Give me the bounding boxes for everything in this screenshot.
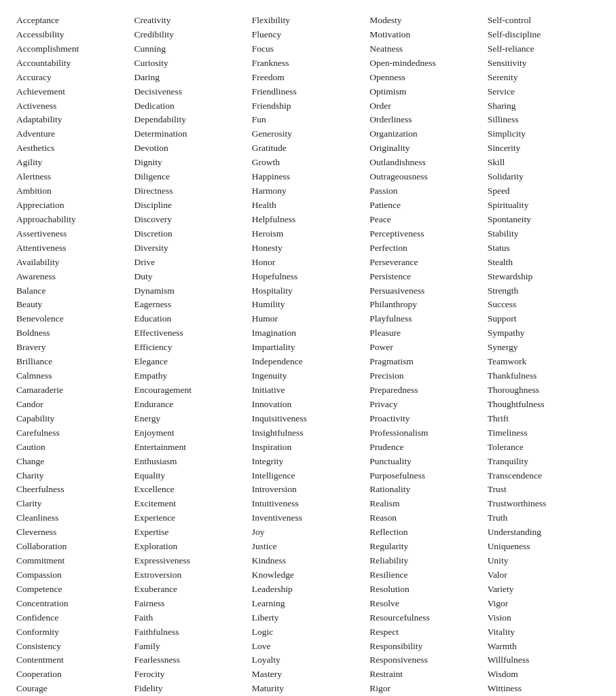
word-item: Availability [16,256,128,270]
word-item: Generosity [252,127,364,141]
word-item: Awareness [16,270,128,284]
word-item: Variety [488,582,600,597]
word-item: Education [134,312,246,326]
word-item: Adaptability [16,113,128,127]
word-item: Conformity [16,625,128,640]
word-item: Punctuality [369,455,482,469]
word-item: Maturity [252,682,364,696]
word-item: Accessibility [16,28,128,42]
word-item: Motivation [369,28,482,42]
word-item: Thrift [488,412,600,426]
word-item: Originality [369,141,482,156]
word-item: Thankfulness [488,369,600,383]
word-item: Independence [252,355,364,369]
word-item: Gratitude [252,141,364,156]
word-item: Confidence [16,611,128,625]
word-item: Extroversion [134,568,246,582]
word-item: Kindness [252,554,364,568]
word-item: Purposefulness [369,469,482,483]
word-item: Timeliness [488,426,600,440]
word-item: Perseverance [369,256,482,270]
word-item: Fairness [134,597,246,611]
word-item: Playfulness [369,312,482,326]
word-item: Excellence [134,483,246,497]
column-col3: FlexibilityFluencyFocusFranknessFreedomF… [252,14,369,696]
word-item: Warmth [488,640,600,654]
word-item: Cheerfulness [16,483,128,497]
word-item: Efficiency [134,341,246,355]
word-item: Family [134,640,246,654]
word-item: Aesthetics [16,141,128,156]
word-item: Tolerance [488,440,600,455]
word-item: Logic [252,625,364,640]
word-item: Self-reliance [488,42,600,56]
word-item: Humility [252,298,364,312]
word-item: Hospitality [252,284,364,298]
word-item: Perfection [369,241,482,256]
word-item: Stewardship [488,270,600,284]
word-item: Courage [16,682,128,696]
word-item: Agility [16,156,128,170]
word-item: Integrity [252,455,364,469]
word-item: Knowledge [252,568,364,582]
word-item: Heroism [252,227,364,241]
word-item: Truth [488,511,600,525]
word-item: Cleverness [16,525,128,540]
word-item: Regularity [369,540,482,554]
word-item: Skill [488,156,600,170]
word-item: Resourcefulness [369,611,482,625]
word-item: Empathy [134,369,246,383]
word-item: Determination [134,127,246,141]
word-item: Open-mindedness [369,56,482,71]
word-item: Achievement [16,85,128,99]
word-item: Accomplishment [16,42,128,56]
word-item: Adventure [16,127,128,141]
word-item: Persistence [369,270,482,284]
word-item: Proactivity [369,412,482,426]
word-item: Carefulness [16,426,128,440]
word-item: Mastery [252,667,364,682]
word-item: Contentment [16,653,128,667]
word-item: Transcendence [488,469,600,483]
word-item: Realism [369,497,482,511]
word-item: Commitment [16,554,128,568]
word-item: Initiative [252,383,364,398]
word-item: Philanthropy [369,298,482,312]
word-item: Modesty [369,14,482,28]
word-item: Eagerness [134,298,246,312]
word-item: Creativity [134,14,246,28]
column-col1: AcceptanceAccessibilityAccomplishmentAcc… [16,14,134,696]
word-item: Introversion [252,483,364,497]
word-item: Resolution [369,582,482,597]
word-item: Thoroughness [488,383,600,398]
word-item: Uniqueness [488,540,600,554]
word-item: Attentiveness [16,241,128,256]
word-item: Wittiness [488,682,600,696]
word-item: Optimism [369,85,482,99]
word-item: Curiosity [134,56,246,71]
word-item: Discipline [134,198,246,213]
word-item: Accuracy [16,71,128,85]
word-item: Speed [488,184,600,198]
word-item: Beauty [16,298,128,312]
word-item: Dignity [134,156,246,170]
word-item: Cunning [134,42,246,56]
word-item: Learning [252,597,364,611]
word-item: Fearlessness [134,653,246,667]
word-item: Preparedness [369,383,482,398]
word-item: Loyalty [252,653,364,667]
word-item: Understanding [488,525,600,540]
word-item: Silliness [488,113,600,127]
word-item: Valor [488,568,600,582]
word-item: Reason [369,511,482,525]
word-item: Trustworthiness [488,497,600,511]
word-item: Outlandishness [369,156,482,170]
word-item: Simplicity [488,127,600,141]
word-item: Stealth [488,256,600,270]
word-item: Impartiality [252,341,364,355]
column-col5: Self-controlSelf-disciplineSelf-reliance… [488,14,600,696]
word-item: Teamwork [488,355,600,369]
word-item: Patience [369,198,482,213]
word-item: Responsiveness [369,653,482,667]
word-item: Inventiveness [252,511,364,525]
